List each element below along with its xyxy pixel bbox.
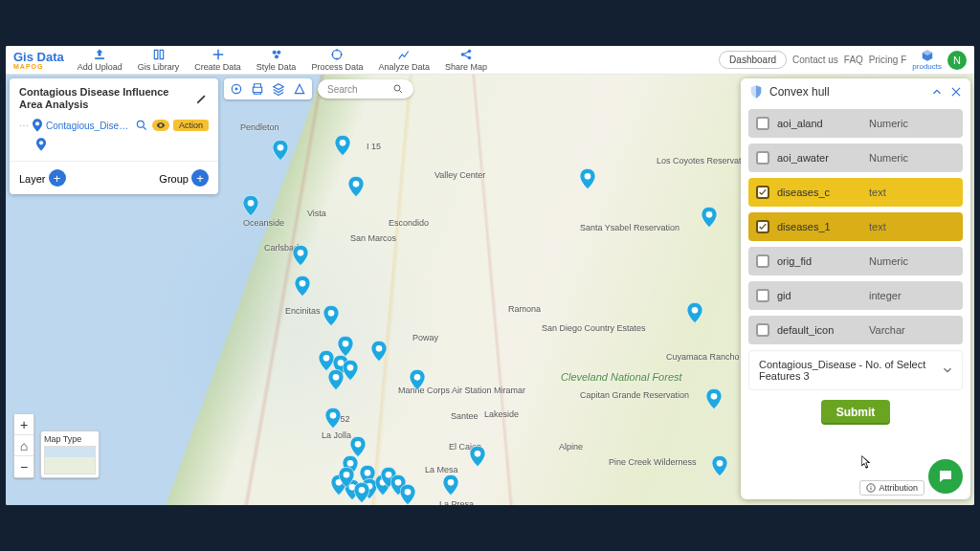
attribute-row-diseases_1[interactable]: diseases_1text bbox=[748, 212, 963, 241]
map-marker[interactable] bbox=[350, 436, 366, 457]
svg-point-39 bbox=[711, 393, 718, 400]
dashboard-link[interactable]: Dashboard bbox=[719, 51, 787, 69]
checkbox[interactable] bbox=[756, 117, 769, 130]
map-marker[interactable] bbox=[243, 195, 258, 216]
app-frame: Gis Data MAPOG Add UploadGis LibraryCrea… bbox=[6, 46, 974, 505]
info-icon bbox=[866, 483, 876, 493]
share-icon bbox=[459, 48, 473, 61]
attribute-row-orig_fid[interactable]: orig_fidNumeric bbox=[748, 247, 963, 276]
add-group-button[interactable]: + bbox=[191, 169, 209, 187]
map-marker[interactable] bbox=[338, 336, 353, 357]
svg-point-42 bbox=[235, 88, 237, 90]
shape-icon[interactable] bbox=[293, 82, 306, 96]
brand-logo[interactable]: Gis Data MAPOG bbox=[6, 51, 70, 70]
map-marker[interactable] bbox=[323, 305, 339, 326]
drag-handle-icon[interactable]: ⋯ bbox=[19, 121, 29, 131]
map-marker[interactable] bbox=[335, 135, 350, 156]
layer-name: Contagious_Dise… bbox=[46, 121, 131, 131]
layers-panel: Contagious Disease Influence Area Analys… bbox=[10, 78, 218, 194]
print-icon[interactable] bbox=[251, 82, 264, 96]
add-layer-button[interactable]: + bbox=[49, 169, 66, 187]
place-label: Vista bbox=[307, 209, 326, 218]
user-avatar[interactable]: N bbox=[947, 51, 967, 70]
layer-subrow bbox=[10, 134, 218, 161]
topmenu-style-data[interactable]: Style Data bbox=[249, 48, 304, 72]
map-marker[interactable] bbox=[580, 168, 595, 189]
svg-point-13 bbox=[328, 310, 335, 317]
collapse-icon[interactable] bbox=[930, 85, 944, 99]
zoom-to-icon[interactable] bbox=[135, 119, 148, 132]
layer-action-button[interactable]: Action bbox=[173, 120, 209, 131]
map-marker[interactable] bbox=[343, 360, 358, 381]
contact-link[interactable]: Contact us bbox=[792, 55, 838, 65]
zoom-home-button[interactable]: ⌂ bbox=[14, 435, 33, 456]
map-marker[interactable] bbox=[702, 207, 717, 228]
edit-icon[interactable] bbox=[195, 92, 209, 105]
attribute-row-gid[interactable]: gidinteger bbox=[748, 281, 963, 310]
close-icon[interactable] bbox=[949, 85, 963, 99]
map-marker[interactable] bbox=[371, 341, 387, 362]
svg-point-35 bbox=[475, 451, 481, 457]
map-marker[interactable] bbox=[319, 350, 334, 371]
attribute-row-default_icon[interactable]: default_iconVarchar bbox=[748, 316, 963, 344]
topbar-right: Dashboard Contact us FAQ Pricing F produ… bbox=[719, 49, 974, 71]
checkbox[interactable] bbox=[756, 254, 769, 268]
checkbox[interactable] bbox=[756, 151, 769, 165]
visibility-toggle[interactable] bbox=[152, 120, 169, 131]
topmenu-process-data[interactable]: Process Data bbox=[303, 48, 370, 72]
place-label: La Mesa bbox=[425, 465, 458, 474]
map-marker[interactable] bbox=[339, 467, 354, 488]
checkbox[interactable] bbox=[756, 220, 769, 233]
checkbox[interactable] bbox=[756, 186, 769, 199]
map-tool-strip: Search bbox=[224, 78, 413, 99]
cursor-icon bbox=[861, 455, 873, 471]
attribute-row-aoi_aland[interactable]: aoi_alandNumeric bbox=[748, 109, 963, 138]
map-marker[interactable] bbox=[687, 302, 702, 323]
attribute-type: Varchar bbox=[869, 324, 905, 336]
svg-point-15 bbox=[376, 345, 383, 352]
feature-count-accordion[interactable]: Contagious_Disease - No. of Select Featu… bbox=[748, 350, 963, 390]
topmenu-create-data[interactable]: Create Data bbox=[187, 48, 249, 72]
convex-hull-panel: Convex hull aoi_alandNumericaoi_awaterNu… bbox=[741, 78, 970, 499]
map-marker[interactable] bbox=[293, 245, 308, 266]
map-marker[interactable] bbox=[400, 484, 415, 505]
map-marker[interactable] bbox=[470, 446, 485, 467]
map-marker[interactable] bbox=[354, 482, 369, 503]
place-label: Valley Center bbox=[434, 170, 485, 180]
target-icon[interactable] bbox=[230, 82, 243, 96]
pricing-link[interactable]: Pricing F bbox=[869, 55, 906, 65]
topmenu-analyze-data[interactable]: Analyze Data bbox=[370, 48, 437, 72]
checkbox[interactable] bbox=[756, 289, 769, 302]
map-marker[interactable] bbox=[325, 408, 341, 429]
map-marker[interactable] bbox=[295, 276, 310, 297]
topmenu-add-upload[interactable]: Add Upload bbox=[70, 48, 130, 72]
map-marker[interactable] bbox=[328, 369, 344, 390]
map-marker[interactable] bbox=[712, 455, 727, 476]
map-marker[interactable] bbox=[273, 140, 288, 161]
chat-icon bbox=[937, 468, 954, 485]
basemap-switcher[interactable]: Map Type bbox=[40, 430, 100, 478]
map-marker[interactable] bbox=[348, 176, 364, 197]
attribution-badge[interactable]: Attribution bbox=[859, 480, 924, 496]
attribute-row-diseases_c[interactable]: diseases_ctext bbox=[748, 178, 963, 207]
zoom-in-button[interactable]: + bbox=[14, 414, 33, 435]
map-search[interactable]: Search bbox=[318, 79, 413, 99]
map-marker[interactable] bbox=[410, 369, 425, 390]
submit-button[interactable]: Submit bbox=[821, 400, 891, 425]
chat-fab[interactable] bbox=[928, 459, 963, 494]
search-placeholder: Search bbox=[327, 84, 385, 95]
place-label: Ramona bbox=[508, 304, 541, 314]
map-marker[interactable] bbox=[706, 388, 722, 409]
checkbox[interactable] bbox=[756, 323, 769, 337]
zoom-out-button[interactable]: − bbox=[14, 456, 33, 477]
layer-row[interactable]: ⋯ Contagious_Dise… Action bbox=[10, 115, 218, 134]
attribute-row-aoi_awater[interactable]: aoi_awaterNumeric bbox=[748, 143, 963, 172]
topmenu-gis-library[interactable]: Gis Library bbox=[130, 48, 188, 72]
map-marker[interactable] bbox=[443, 474, 458, 496]
process-icon bbox=[330, 48, 344, 61]
svg-point-33 bbox=[405, 489, 412, 496]
layers-icon[interactable] bbox=[272, 82, 285, 96]
products-link[interactable]: products bbox=[912, 49, 942, 71]
faq-link[interactable]: FAQ bbox=[844, 55, 863, 65]
topmenu-share-map[interactable]: Share Map bbox=[437, 48, 495, 72]
